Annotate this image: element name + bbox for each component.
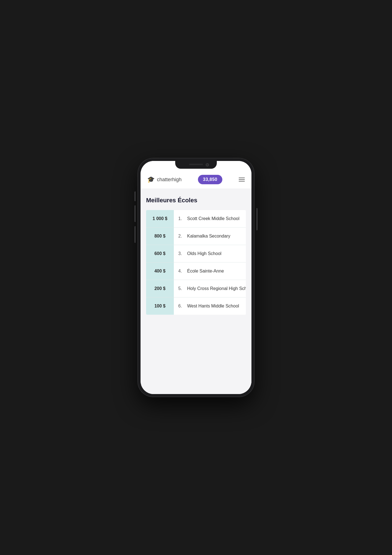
school-info-1: 1.Scott Creek Middle School	[174, 210, 246, 227]
logo-area: 🎓 chatterhigh	[147, 176, 182, 183]
school-row: 600 $3.Olds High School	[146, 245, 246, 263]
school-row: 200 $5.Holy Cross Regional High Scho	[146, 280, 246, 297]
school-rank-4: 4.	[178, 269, 184, 274]
phone-screen: 🎓 chatterhigh 33,850 Meilleures Écoles 1…	[141, 161, 251, 394]
power-button	[256, 208, 258, 230]
hamburger-line-2	[239, 179, 245, 180]
phone-notch	[175, 161, 217, 169]
school-name-5: Holy Cross Regional High Scho	[187, 286, 246, 291]
school-name-4: École Sainte-Anne	[187, 269, 224, 274]
school-amount-3: 600 $	[146, 245, 174, 262]
hamburger-line-3	[239, 181, 245, 181]
school-info-3: 3.Olds High School	[174, 245, 246, 262]
school-info-2: 2.Kalamalka Secondary	[174, 228, 246, 245]
school-rank-3: 3.	[178, 251, 184, 256]
school-row: 400 $4.École Sainte-Anne	[146, 263, 246, 280]
school-name-1: Scott Creek Middle School	[187, 216, 240, 221]
volume-down-button	[134, 226, 136, 243]
school-info-5: 5.Holy Cross Regional High Scho	[174, 280, 246, 297]
screen-content: 🎓 chatterhigh 33,850 Meilleures Écoles 1…	[141, 161, 251, 394]
school-info-6: 6.West Hants Middle School	[174, 297, 246, 315]
school-amount-1: 1 000 $	[146, 210, 174, 227]
speaker	[189, 164, 203, 165]
mute-button	[134, 191, 136, 201]
page-title: Meilleures Écoles	[146, 197, 246, 204]
school-list: 1 000 $1.Scott Creek Middle School800 $2…	[146, 210, 246, 315]
school-row: 1 000 $1.Scott Creek Middle School	[146, 210, 246, 228]
score-badge: 33,850	[198, 175, 222, 184]
school-amount-6: 100 $	[146, 297, 174, 315]
school-rank-2: 2.	[178, 234, 184, 239]
school-rank-6: 6.	[178, 304, 184, 309]
volume-up-button	[134, 205, 136, 222]
school-amount-5: 200 $	[146, 280, 174, 297]
app-logo-text: chatterhigh	[157, 177, 182, 183]
school-row: 800 $2.Kalamalka Secondary	[146, 228, 246, 245]
hamburger-line-1	[239, 178, 245, 178]
school-rank-1: 1.	[178, 216, 184, 221]
school-info-4: 4.École Sainte-Anne	[174, 263, 246, 280]
front-camera	[206, 163, 209, 167]
school-amount-2: 800 $	[146, 228, 174, 245]
main-content: Meilleures Écoles 1 000 $1.Scott Creek M…	[141, 189, 251, 394]
school-name-2: Kalamalka Secondary	[187, 234, 230, 239]
graduation-cap-icon: 🎓	[147, 176, 155, 183]
school-row: 100 $6.West Hants Middle School	[146, 297, 246, 315]
school-amount-4: 400 $	[146, 263, 174, 280]
phone-frame: 🎓 chatterhigh 33,850 Meilleures Écoles 1…	[138, 158, 254, 397]
menu-button[interactable]	[239, 178, 245, 181]
school-rank-5: 5.	[178, 286, 184, 291]
school-name-3: Olds High School	[187, 251, 222, 256]
school-name-6: West Hants Middle School	[187, 304, 239, 309]
